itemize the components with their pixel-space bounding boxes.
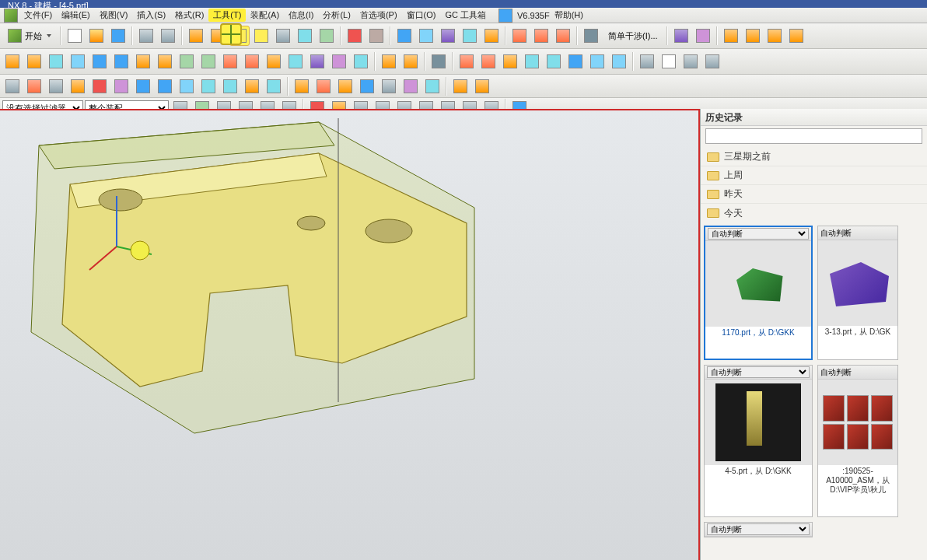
r2-28[interactable] [637, 51, 657, 72]
r3-4[interactable] [89, 76, 110, 96]
r3-9[interactable] [198, 76, 219, 96]
history-folder-yesterday[interactable]: 昨天 [701, 185, 927, 204]
r3-10[interactable] [220, 76, 240, 96]
tool-a3[interactable] [273, 26, 293, 46]
tool-c2[interactable] [438, 26, 458, 46]
menu-assembly[interactable]: 装配(A) [246, 9, 284, 22]
r2-1[interactable] [24, 51, 44, 72]
tool-a4[interactable] [295, 26, 315, 46]
tool-b1[interactable] [366, 26, 387, 46]
r3-arc[interactable] [24, 76, 44, 96]
history-item-mode[interactable]: 自动判断 [707, 366, 810, 378]
r2-22[interactable] [500, 51, 520, 72]
tool-a5[interactable] [317, 26, 337, 46]
r2-31[interactable] [702, 51, 722, 72]
history-folder-today[interactable]: 今天 [701, 204, 927, 222]
r3-7[interactable] [155, 76, 175, 96]
r2-3[interactable] [68, 51, 88, 72]
r2-20[interactable] [457, 51, 477, 72]
history-folder-3weeks[interactable]: 三星期之前 [701, 148, 927, 166]
tool-b0[interactable] [345, 26, 365, 46]
r3-spline[interactable] [68, 76, 88, 96]
r3-14[interactable] [313, 76, 334, 96]
r2-14[interactable] [307, 51, 327, 72]
menu-tools[interactable]: 工具(T) [208, 9, 246, 22]
r2-7[interactable] [155, 51, 175, 72]
history-item-mode[interactable]: 自动判断 [708, 228, 809, 240]
r2-19[interactable] [429, 51, 449, 72]
menu-edit[interactable]: 编辑(E) [57, 9, 95, 22]
r2-18[interactable] [401, 51, 421, 72]
r2-6[interactable] [133, 51, 153, 72]
r2-5[interactable] [111, 51, 131, 72]
r2-27[interactable] [609, 51, 629, 72]
menu-info[interactable]: 信息(I) [284, 9, 318, 22]
history-item-1170[interactable]: 自动判断 1170.prt，从 D:\GKK [704, 226, 813, 360]
r3-15[interactable] [335, 76, 355, 96]
start-button[interactable]: 开始 [2, 26, 57, 46]
menu-preferences[interactable]: 首选项(P) [355, 9, 402, 22]
menu-window[interactable]: 窗口(O) [402, 9, 441, 22]
history-search-input[interactable] [705, 128, 922, 144]
r2-24[interactable] [544, 51, 564, 72]
r3-5[interactable] [111, 76, 131, 96]
r2-16[interactable] [351, 51, 371, 72]
r2-10[interactable] [220, 51, 240, 72]
r3-11[interactable] [242, 76, 262, 96]
r3-19[interactable] [422, 76, 443, 96]
menu-format[interactable]: 格式(R) [170, 9, 208, 22]
save-button[interactable] [108, 26, 128, 46]
r2-25[interactable] [565, 51, 586, 72]
r2-2[interactable] [46, 51, 66, 72]
r2-9[interactable] [198, 51, 219, 72]
tool-c1[interactable] [416, 26, 436, 46]
r3-16[interactable] [357, 76, 377, 96]
menu-insert[interactable]: 插入(S) [132, 9, 170, 22]
redo-button[interactable] [158, 26, 178, 46]
r3-line[interactable] [2, 76, 23, 96]
tool-f1[interactable] [693, 26, 713, 46]
tool-g2[interactable] [764, 26, 785, 46]
r2-21[interactable] [478, 51, 498, 72]
menu-help[interactable]: 帮助(H) [550, 9, 588, 22]
r2-15[interactable] [329, 51, 349, 72]
r3-6[interactable] [133, 76, 153, 96]
r2-8[interactable] [177, 51, 197, 72]
tool-d1[interactable] [531, 26, 551, 46]
menu-analysis[interactable]: 分析(L) [318, 9, 355, 22]
r3-18[interactable] [401, 76, 421, 96]
tool-c0[interactable] [394, 26, 415, 46]
menu-gctoolbox[interactable]: GC 工具箱 [440, 9, 491, 22]
r3-8[interactable] [177, 76, 197, 96]
r2-23[interactable] [522, 51, 542, 72]
new-button[interactable] [65, 26, 85, 46]
r2-0[interactable] [2, 51, 23, 72]
tool-a0[interactable] [186, 26, 206, 46]
r3-17[interactable] [379, 76, 399, 96]
undo-button[interactable] [136, 26, 156, 46]
menu-view[interactable]: 视图(V) [95, 9, 133, 22]
r2-11[interactable] [242, 51, 262, 72]
r2-30[interactable] [680, 51, 701, 72]
wave-icon[interactable] [498, 9, 512, 23]
tool-g0[interactable] [721, 26, 741, 46]
history-item-3-13[interactable]: 自动判断 3-13.prt，从 D:\GK [817, 226, 898, 360]
history-item-asm[interactable]: 自动判断 :190525-A10000_ASM，从 D:\VIP学员\秋儿 [817, 365, 898, 516]
r3-rect[interactable] [46, 76, 66, 96]
r3-20[interactable] [450, 76, 470, 96]
r2-13[interactable] [285, 51, 306, 72]
tool-c3[interactable] [460, 26, 480, 46]
r3-12[interactable] [264, 76, 284, 96]
tool-d2[interactable] [553, 26, 573, 46]
tool-a2[interactable] [251, 26, 271, 46]
tool-g1[interactable] [743, 26, 763, 46]
r2-17[interactable] [379, 51, 399, 72]
r2-4[interactable] [89, 51, 110, 72]
r2-12[interactable] [264, 51, 284, 72]
menu-file[interactable]: 文件(F) [19, 9, 57, 22]
3d-viewport[interactable] [0, 109, 700, 560]
simple-interference-button[interactable]: 简单干涉(I)... [603, 26, 663, 46]
tool-c4[interactable] [481, 26, 502, 46]
open-button[interactable] [86, 26, 107, 46]
tool-g3[interactable] [786, 26, 806, 46]
